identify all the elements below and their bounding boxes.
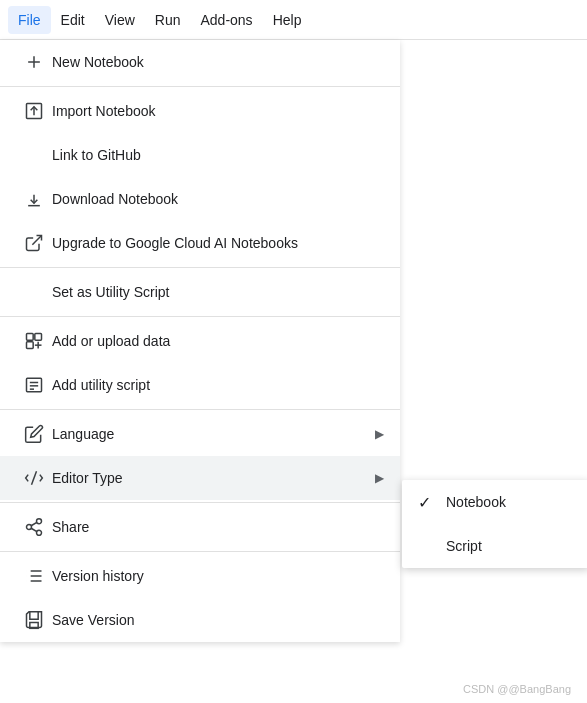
svg-point-18 [27, 525, 32, 530]
svg-rect-9 [27, 342, 34, 349]
editor-type-arrow-icon: ▶ [375, 471, 384, 485]
download-icon [16, 189, 52, 209]
plus-icon [16, 52, 52, 72]
external-link-icon [16, 233, 52, 253]
add-data-label: Add or upload data [52, 333, 384, 349]
menu-item-set-utility[interactable]: Set as Utility Script [0, 270, 400, 314]
menu-item-editor-type[interactable]: Editor Type ▶ [0, 456, 400, 500]
upload-icon [16, 101, 52, 121]
new-notebook-label: New Notebook [52, 54, 384, 70]
add-utility-label: Add utility script [52, 377, 384, 393]
set-utility-label: Set as Utility Script [52, 284, 384, 300]
upgrade-label: Upgrade to Google Cloud AI Notebooks [52, 235, 384, 251]
menu-addons[interactable]: Add-ons [190, 6, 262, 34]
language-arrow-icon: ▶ [375, 427, 384, 441]
divider-1 [0, 86, 400, 87]
divider-3 [0, 316, 400, 317]
svg-line-21 [31, 522, 37, 525]
menu-edit[interactable]: Edit [51, 6, 95, 34]
menu-item-link-github[interactable]: Link to GitHub [0, 133, 400, 177]
language-label: Language [52, 426, 375, 442]
add-data-icon [16, 331, 52, 351]
menu-item-download-notebook[interactable]: Download Notebook [0, 177, 400, 221]
share-label: Share [52, 519, 384, 535]
checkmark-icon: ✓ [418, 493, 446, 512]
link-github-label: Link to GitHub [52, 147, 384, 163]
submenu-item-notebook[interactable]: ✓ Notebook [402, 480, 587, 524]
watermark: CSDN @@BangBang [463, 683, 571, 695]
editor-type-submenu: ✓ Notebook Script [402, 480, 587, 568]
svg-point-19 [37, 530, 42, 535]
menu-item-language[interactable]: Language ▶ [0, 412, 400, 456]
menu-help[interactable]: Help [263, 6, 312, 34]
file-dropdown: New Notebook Import Notebook Link to Git… [0, 40, 400, 642]
svg-rect-7 [27, 334, 34, 341]
script-label: Script [446, 538, 482, 554]
code-icon [16, 468, 52, 488]
divider-6 [0, 551, 400, 552]
version-history-label: Version history [52, 568, 384, 584]
share-icon [16, 517, 52, 537]
menu-item-add-data[interactable]: Add or upload data [0, 319, 400, 363]
save-version-label: Save Version [52, 612, 384, 628]
menu-item-version-history[interactable]: Version history [0, 554, 400, 598]
menu-item-new-notebook[interactable]: New Notebook [0, 40, 400, 84]
download-notebook-label: Download Notebook [52, 191, 384, 207]
menu-item-import-notebook[interactable]: Import Notebook [0, 89, 400, 133]
divider-2 [0, 267, 400, 268]
svg-line-20 [31, 528, 37, 531]
menu-view[interactable]: View [95, 6, 145, 34]
import-notebook-label: Import Notebook [52, 103, 384, 119]
menu-item-save-version[interactable]: Save Version [0, 598, 400, 642]
menu-item-upgrade[interactable]: Upgrade to Google Cloud AI Notebooks [0, 221, 400, 265]
list-icon [16, 566, 52, 586]
add-utility-icon [16, 375, 52, 395]
svg-rect-8 [35, 334, 42, 341]
editor-type-label: Editor Type [52, 470, 375, 486]
notebook-label: Notebook [446, 494, 506, 510]
divider-5 [0, 502, 400, 503]
menu-file[interactable]: File [8, 6, 51, 34]
divider-4 [0, 409, 400, 410]
svg-line-6 [32, 236, 41, 245]
menu-item-share[interactable]: Share [0, 505, 400, 549]
svg-line-16 [32, 471, 37, 484]
menu-run[interactable]: Run [145, 6, 191, 34]
submenu-item-script[interactable]: Script [402, 524, 587, 568]
svg-point-17 [37, 519, 42, 524]
menu-bar: File Edit View Run Add-ons Help [0, 0, 587, 40]
save-icon [16, 610, 52, 630]
menu-item-add-utility[interactable]: Add utility script [0, 363, 400, 407]
pencil-icon [16, 424, 52, 444]
